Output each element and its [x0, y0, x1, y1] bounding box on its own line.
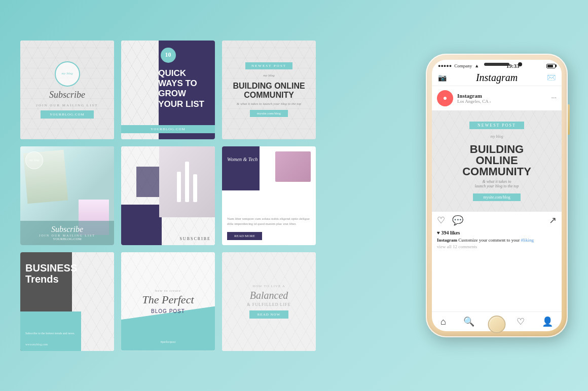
- card5-subscribe-label: SUBSCRIBE: [179, 237, 211, 241]
- card8-content: how to create The Perfect BLOG POST #per…: [121, 252, 215, 351]
- phone-screen: ●●●●● Company ▲ 19:33 📷 Inst: [432, 60, 562, 331]
- card7-url: www.myblog.com: [25, 343, 48, 346]
- battery-fill: [547, 65, 553, 67]
- instagram-title: Instagram: [476, 72, 518, 84]
- messenger-icon[interactable]: ✉️: [547, 73, 556, 82]
- card-quick-ways: 10 QUICK WAYS TO GROW YOUR LIST YOURBLOG…: [121, 41, 215, 139]
- location-text: Los Angeles, CA: [457, 99, 488, 104]
- post-newest-tag: NEWEST POST: [469, 122, 524, 129]
- battery-tip: [556, 65, 557, 67]
- yourblog-btn[interactable]: YOURBLOG.COM: [41, 110, 94, 119]
- ig-header-icons: ✉️: [547, 73, 556, 82]
- card3-logo: my blog: [263, 73, 274, 77]
- card-business-trends: BUSINESSTrends Subscribe to the hottest …: [20, 252, 114, 351]
- read-now-btn[interactable]: READ NOW: [249, 310, 289, 319]
- post-title: BUILDING ONLINE COMMUNITY: [462, 144, 531, 177]
- screen-inner: ●●●●● Company ▲ 19:33 📷 Inst: [432, 60, 562, 331]
- post-logo-text: my blog: [490, 134, 503, 139]
- card-subscribe-photo: my blog Subscribe JOIN OUR MAILING LIST …: [20, 146, 114, 245]
- card9-content: HOW TO LIVE A Balanced & FULFILLED LIFE …: [222, 252, 316, 351]
- card4-overlay: Subscribe JOIN OUR MAILING LIST YOURBLOG…: [20, 221, 114, 245]
- post-logo: my blog: [490, 134, 503, 139]
- share-icon[interactable]: ↗: [549, 215, 557, 226]
- post-content: NEWEST POST my blog BUILDING ONLINE COMM…: [432, 110, 562, 212]
- read-more-btn[interactable]: READ MORE: [227, 232, 262, 240]
- post-title-l3: COMMUNITY: [462, 165, 531, 178]
- women-tech-label: Women & Tech: [227, 157, 258, 162]
- carrier-label: Company: [454, 63, 472, 68]
- card5-flowers: [159, 146, 215, 217]
- card2-badge: 10: [161, 48, 176, 63]
- card4-circle-label: my blog: [29, 159, 39, 162]
- search-nav-icon[interactable]: 🔍: [463, 316, 474, 327]
- card7-content: BUSINESSTrends: [25, 262, 77, 285]
- business-trends-title: BUSINESSTrends: [25, 262, 77, 285]
- card8-title: The Perfect: [142, 294, 194, 306]
- ig-more-dots[interactable]: ···: [552, 94, 557, 102]
- newest-post-tag: NEWEST POST: [245, 62, 292, 69]
- ig-post-header: ● Instagram Los Angeles, CA › ···: [432, 86, 562, 110]
- card4-circle: my blog: [25, 151, 43, 169]
- ig-view-comments[interactable]: view all 12 comments: [432, 244, 562, 250]
- home-nav-icon[interactable]: ⌂: [440, 317, 446, 327]
- status-icons: [546, 64, 556, 68]
- ig-location: Los Angeles, CA ›: [457, 99, 547, 104]
- ig-likes: ♥ 394 likes: [432, 229, 562, 237]
- card9-title: Balanced: [250, 290, 288, 301]
- post-sub2: launch your blog to the top: [475, 184, 519, 188]
- phone-speaker: [484, 63, 509, 66]
- card7-sub: Subscribe to the hottest trends and news…: [25, 331, 75, 335]
- phone-mockup: ●●●●● Company ▲ 19:33 📷 Inst: [426, 54, 568, 337]
- profile-nav-icon[interactable]: 👤: [542, 316, 553, 327]
- ig-user-info: Instagram Los Angeles, CA ›: [457, 93, 547, 104]
- ig-avatar: ●: [437, 90, 453, 106]
- card9-sub: & FULFILLED LIFE: [247, 302, 291, 307]
- card4-url: YOURBLOG.COM: [24, 237, 110, 241]
- ig-post-image: NEWEST POST my blog BUILDING ONLINE COMM…: [432, 110, 562, 212]
- card6-body: Nam liber tempore cum soluta nobis elige…: [227, 217, 311, 227]
- card8-hash: #perfectpost: [161, 340, 176, 343]
- card-perfect-blog: how to create The Perfect BLOG POST #per…: [121, 252, 215, 351]
- card-balanced: HOW TO LIVE A Balanced & FULFILLED LIFE …: [222, 252, 316, 351]
- card3-url: mysite.com/blog: [250, 110, 288, 117]
- card6-purple: Women & Tech: [222, 146, 260, 191]
- phone-container: ●●●●● Company ▲ 19:33 📷 Inst: [426, 54, 568, 337]
- subscribe-title: Subscribe: [49, 90, 85, 100]
- likes-count: 394 likes: [441, 230, 460, 236]
- avatar-initial: ●: [443, 94, 447, 102]
- location-arrow: ›: [490, 99, 491, 104]
- card6-photo: [275, 151, 311, 182]
- comment-username: Instagram: [437, 238, 457, 243]
- card2-text: QUICK WAYS TO GROW YOUR LIST: [158, 68, 210, 110]
- heart-icon[interactable]: ♡: [437, 215, 445, 226]
- signal-strength: ●●●●● Company ▲: [438, 63, 479, 68]
- card6-text: Nam liber tempore cum soluta nobis elige…: [227, 217, 311, 240]
- signal-label: ●●●●●: [438, 63, 452, 68]
- card-subscribe-1: my blog Subscribe JOIN OUR MAILING LIST …: [20, 41, 114, 139]
- comment-icon[interactable]: 💬: [452, 215, 463, 226]
- heart-nav-icon[interactable]: ♡: [517, 316, 525, 327]
- phone-side-button: [568, 104, 570, 135]
- card4-title: Subscribe: [24, 225, 110, 234]
- blog-label: my blog: [61, 71, 72, 75]
- ig-comment: Instagram Customize your comment to your…: [432, 237, 562, 244]
- card2-hex: [121, 41, 163, 139]
- ig-username[interactable]: Instagram: [457, 93, 547, 99]
- quick-ways-title: QUICK WAYS TO GROW YOUR LIST: [158, 68, 210, 110]
- card9-howto: HOW TO LIVE A: [252, 284, 285, 288]
- building-title: BUILDING ONLINE COMMUNITY: [227, 82, 311, 99]
- battery-icon: [546, 64, 556, 68]
- subscribe-subtitle: JOIN OUR MAILING LIST: [36, 103, 98, 107]
- instagram-header: 📷 Instagram ✉️: [432, 70, 562, 86]
- card-1-content: my blog Subscribe JOIN OUR MAILING LIST …: [20, 41, 114, 139]
- post-sub1: & what it takes to: [483, 179, 511, 184]
- phone-camera: [518, 62, 522, 66]
- camera-nav-icon[interactable]: 📷: [438, 73, 447, 82]
- card-building: NEWEST POST my blog BUILDING ONLINE COMM…: [222, 41, 316, 139]
- card2-url: YOURBLOG.COM: [121, 125, 215, 133]
- comment-text: Customize your comment to your: [458, 238, 521, 243]
- card5-purple1: [121, 205, 162, 245]
- phone-home-button[interactable]: [488, 316, 506, 333]
- cards-grid: my blog Subscribe JOIN OUR MAILING LIST …: [20, 41, 316, 351]
- card-women-tech: Women & Tech Nam liber tempore cum solut…: [222, 146, 316, 245]
